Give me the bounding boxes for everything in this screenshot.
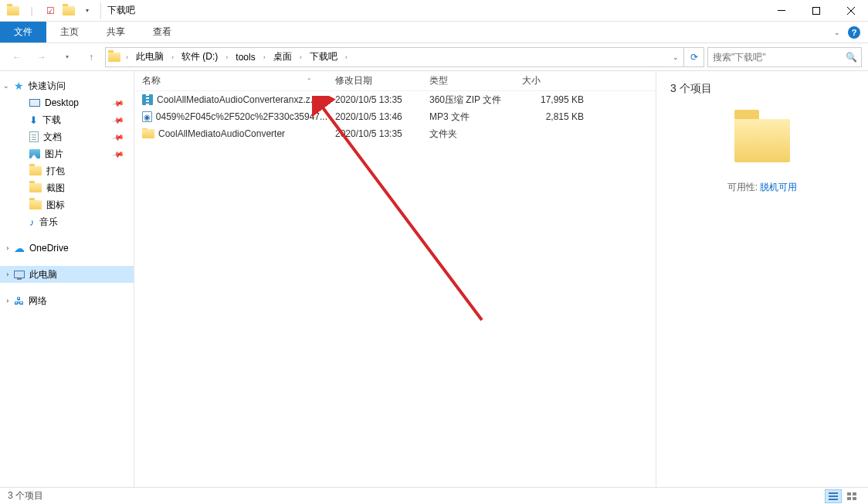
- sidebar: ⌄ ★ 快速访问 Desktop📌 ⬇下载📌 文档📌 图片📌 打包 截图 图标 …: [0, 71, 134, 487]
- music-icon: ♪: [29, 216, 35, 228]
- title-bar: | ☑ ▾ 下载吧: [0, 0, 868, 22]
- sidebar-onedrive[interactable]: ⌄☁OneDrive: [0, 240, 134, 257]
- svg-rect-1: [812, 7, 819, 14]
- svg-rect-10: [847, 497, 851, 500]
- pin-icon: 📌: [112, 148, 124, 160]
- sidebar-thispc[interactable]: ⌄此电脑: [0, 266, 134, 283]
- breadcrumb-sep[interactable]: ›: [123, 53, 131, 61]
- file-row[interactable]: CoolAllMediatoAudioConverter 2020/10/5 1…: [134, 125, 656, 142]
- mp3-icon: ◉: [142, 111, 152, 122]
- sidebar-item-label: 快速访问: [29, 80, 66, 93]
- cloud-icon: ☁: [14, 242, 25, 254]
- tab-home[interactable]: 主页: [46, 22, 93, 43]
- column-name[interactable]: 名称⌃: [142, 74, 335, 87]
- breadcrumb-seg[interactable]: 桌面: [269, 48, 297, 66]
- desktop-icon: [29, 99, 40, 107]
- folder-icon: [29, 166, 42, 175]
- network-icon: 🖧: [14, 295, 24, 307]
- ribbon-expand-icon[interactable]: ⌄: [834, 29, 840, 36]
- chevron-down-icon[interactable]: ⌄: [3, 82, 9, 90]
- status-text: 3 个项目: [8, 489, 43, 502]
- preview-availability: 可用性: 脱机可用: [670, 181, 854, 194]
- view-icons-button[interactable]: [843, 489, 860, 503]
- column-date[interactable]: 修改日期: [335, 74, 429, 87]
- svg-rect-5: [829, 492, 838, 494]
- folder-icon[interactable]: [5, 2, 22, 19]
- search-input[interactable]: [708, 52, 841, 63]
- preview-title: 3 个项目: [670, 82, 854, 96]
- folder-icon: [29, 183, 42, 192]
- qat-separator: |: [23, 2, 40, 19]
- sidebar-item-folder[interactable]: 图标: [0, 196, 134, 213]
- sort-indicator-icon: ⌃: [307, 77, 312, 84]
- address-folder-icon: [106, 48, 123, 66]
- view-details-button[interactable]: [825, 489, 842, 503]
- breadcrumb-seg[interactable]: 此电脑: [131, 48, 168, 66]
- back-button[interactable]: ←: [6, 46, 28, 68]
- file-list[interactable]: 名称⌃ 修改日期 类型 大小 CoolAllMediatoAudioConver…: [134, 71, 656, 487]
- column-headers: 名称⌃ 修改日期 类型 大小: [134, 71, 656, 91]
- chevron-right-icon[interactable]: ⌄: [2, 271, 10, 278]
- zip-icon: [142, 94, 153, 105]
- sidebar-item-music[interactable]: ♪音乐: [0, 213, 134, 230]
- main: ⌄ ★ 快速访问 Desktop📌 ⬇下载📌 文档📌 图片📌 打包 截图 图标 …: [0, 71, 868, 487]
- breadcrumb-seg[interactable]: tools: [231, 48, 259, 66]
- refresh-button[interactable]: ⟳: [683, 48, 704, 66]
- help-icon[interactable]: ?: [848, 26, 860, 39]
- minimize-button[interactable]: [764, 0, 798, 22]
- pin-icon: 📌: [112, 131, 124, 143]
- search-icon[interactable]: 🔍: [841, 52, 861, 63]
- recent-locations-button[interactable]: ▾: [56, 46, 77, 68]
- address-dropdown-icon[interactable]: ⌄: [668, 48, 683, 66]
- pc-icon: [14, 271, 25, 278]
- tab-share[interactable]: 共享: [93, 22, 139, 43]
- search-box[interactable]: 🔍: [707, 47, 862, 67]
- breadcrumb-seg[interactable]: 软件 (D:): [177, 48, 222, 66]
- sidebar-quick-access[interactable]: ⌄ ★ 快速访问: [0, 77, 134, 94]
- document-icon: [29, 131, 39, 142]
- column-type[interactable]: 类型: [429, 74, 522, 87]
- preview-pane: 3 个项目 可用性: 脱机可用: [656, 71, 868, 487]
- tab-view[interactable]: 查看: [139, 22, 185, 43]
- breadcrumb-seg[interactable]: 下载吧: [305, 48, 342, 66]
- svg-rect-6: [829, 495, 838, 497]
- column-size[interactable]: 大小: [522, 74, 592, 87]
- folder-icon: [29, 200, 42, 209]
- pin-icon: 📌: [112, 114, 124, 126]
- qat-dropdown-icon[interactable]: ▾: [79, 2, 96, 19]
- window-title: 下载吧: [100, 2, 135, 19]
- preview-icon: [670, 119, 854, 162]
- picture-icon: [29, 149, 40, 158]
- file-tab[interactable]: 文件: [0, 22, 46, 43]
- sidebar-item-desktop[interactable]: Desktop📌: [0, 94, 134, 111]
- breadcrumb: › 此电脑 › 软件 (D:) › tools › 桌面 › 下载吧 ›: [123, 48, 351, 66]
- sidebar-item-folder[interactable]: 截图: [0, 179, 134, 196]
- chevron-right-icon[interactable]: ⌄: [2, 298, 10, 304]
- pin-icon: 📌: [112, 97, 124, 109]
- quick-access-toolbar: | ☑ ▾: [0, 2, 96, 19]
- up-button[interactable]: ↑: [80, 46, 102, 68]
- sidebar-item-documents[interactable]: 文档📌: [0, 128, 134, 145]
- maximize-button[interactable]: [798, 0, 833, 22]
- availability-link[interactable]: 脱机可用: [760, 182, 797, 192]
- sidebar-item-downloads[interactable]: ⬇下载📌: [0, 111, 134, 128]
- sidebar-item-folder[interactable]: 打包: [0, 162, 134, 179]
- address-bar[interactable]: › 此电脑 › 软件 (D:) › tools › 桌面 › 下载吧 › ⌄ ⟳: [105, 47, 704, 67]
- file-row[interactable]: ◉0459%2F045c%2F520c%2F330c35947... 2020/…: [134, 108, 656, 125]
- svg-rect-11: [853, 497, 856, 500]
- close-button[interactable]: [833, 0, 868, 22]
- qat-properties-icon[interactable]: ☑: [42, 2, 59, 19]
- download-icon: ⬇: [29, 114, 38, 126]
- folder-icon: [142, 129, 154, 138]
- qat-new-folder-icon[interactable]: [60, 2, 77, 19]
- sidebar-item-pictures[interactable]: 图片📌: [0, 145, 134, 162]
- svg-rect-8: [847, 492, 851, 495]
- chevron-right-icon[interactable]: ⌄: [2, 245, 10, 251]
- ribbon: 文件 主页 共享 查看 ⌄ ?: [0, 22, 868, 43]
- file-row[interactable]: CoolAllMediatoAudioConverteranxz.z... 20…: [134, 91, 656, 108]
- sidebar-network[interactable]: ⌄🖧网络: [0, 292, 134, 309]
- svg-rect-9: [853, 492, 856, 495]
- forward-button[interactable]: →: [31, 46, 53, 68]
- star-icon: ★: [14, 80, 24, 92]
- svg-rect-7: [829, 499, 838, 500]
